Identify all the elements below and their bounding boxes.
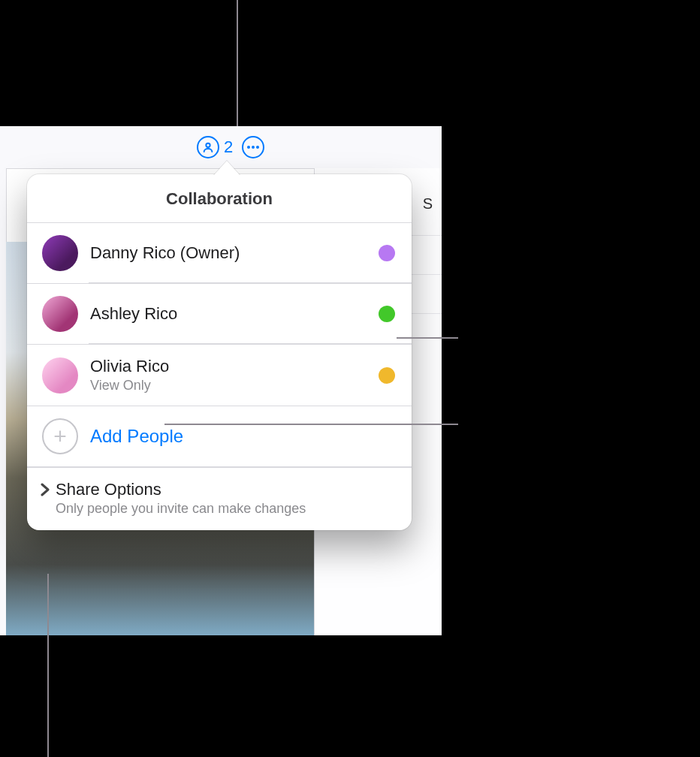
presence-dot [379,306,395,322]
svg-point-0 [206,143,210,147]
more-button[interactable] [242,136,264,158]
callout-line [47,574,49,757]
add-people-label: Add People [90,426,183,447]
presence-dot [379,367,395,384]
collaboration-popover: Collaboration Danny Rico (Owner) Ashley … [27,174,412,530]
presence-dot [379,245,395,261]
share-options-subtitle: Only people you invite can make changes [56,501,395,517]
svg-point-2 [252,146,255,149]
share-options-button[interactable]: Share Options Only people you invite can… [27,467,412,530]
svg-point-3 [256,146,259,149]
popover-title: Collaboration [27,174,412,223]
memoji-icon [42,357,78,394]
callout-line [164,424,458,425]
participant-row[interactable]: Olivia Rico View Only [27,345,412,406]
plus-circle-icon: + [42,418,78,454]
avatar [42,357,78,394]
callout-line [237,0,238,126]
collaboration-button[interactable]: 2 [197,136,233,158]
participant-name: Ashley Rico [90,304,379,324]
add-people-button[interactable]: + Add People [27,406,412,467]
avatar [42,235,78,271]
person-badge-icon [197,136,219,158]
memoji-icon [42,235,78,271]
participant-row[interactable]: Danny Rico (Owner) [27,223,412,284]
chevron-right-icon [35,480,56,496]
callout-line [397,337,458,339]
participant-row[interactable]: Ashley Rico [27,284,412,345]
app-window: 2 S ce um ou Collaboration Danny Rico (O… [0,126,442,635]
svg-point-1 [247,146,250,149]
participant-name: Danny Rico (Owner) [90,243,379,263]
collaborator-count: 2 [224,137,233,157]
share-options-title: Share Options [56,480,395,499]
memoji-icon [42,296,78,332]
avatar [42,296,78,332]
participant-permission: View Only [90,378,379,394]
participant-name: Olivia Rico [90,357,379,376]
